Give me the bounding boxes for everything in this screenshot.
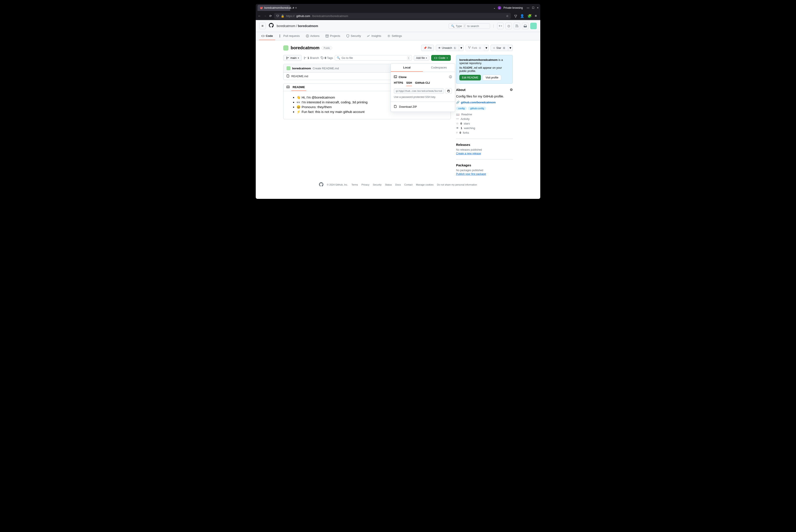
tab-actions[interactable]: Actions <box>304 32 322 40</box>
star-dropdown[interactable]: ▾ <box>508 45 513 51</box>
footer-link[interactable]: Status <box>385 183 392 186</box>
browser-tab[interactable]: 🐙 boredcatmom/boredcat… × <box>258 5 290 11</box>
svg-point-14 <box>321 57 322 57</box>
eye-icon: 👁 <box>438 46 441 50</box>
commit-author[interactable]: boredcatmom <box>292 67 311 70</box>
clone-url-input[interactable] <box>394 88 444 94</box>
clone-tab-https[interactable]: HTTPS <box>394 81 403 86</box>
terminal-icon <box>394 75 397 79</box>
footer-link[interactable]: Docs <box>395 183 401 186</box>
url-prefix: https:// <box>286 14 295 18</box>
visit-profile-button[interactable]: Visit profile <box>483 75 501 80</box>
footer-copyright: © 2024 GitHub, Inc. <box>327 183 348 186</box>
add-file-button[interactable]: Add file▾ <box>414 55 429 61</box>
tab-code[interactable]: Code <box>259 32 275 40</box>
star-button[interactable]: ☆Star0 <box>490 45 508 51</box>
fork-dropdown[interactable]: ▾ <box>484 45 489 51</box>
account-icon[interactable]: 👤 <box>520 14 524 18</box>
create-release-link[interactable]: Create a new release <box>456 152 481 155</box>
breadcrumb-repo[interactable]: boredcatmom <box>298 24 318 28</box>
repo-header: boredcatmom Public 📌Pin 👁Unwatch1▾ Fork0… <box>283 45 513 51</box>
create-new-button[interactable]: +▾ <box>497 23 504 29</box>
topic-badge[interactable]: config <box>456 107 467 110</box>
inbox-button[interactable] <box>522 23 529 29</box>
back-button[interactable]: ← <box>258 14 261 18</box>
tab-insights[interactable]: Insights <box>365 32 383 40</box>
pull-requests-button[interactable] <box>514 23 520 29</box>
clone-tab-cli[interactable]: GitHub CLI <box>415 81 430 86</box>
footer-link[interactable]: Privacy <box>362 183 369 186</box>
meta-readme-link[interactable]: 📖Readme <box>456 113 513 116</box>
github-logo-icon[interactable] <box>319 182 323 187</box>
search-input[interactable]: 🔍 Type / to search <box>449 23 490 29</box>
fork-icon: ⑂ <box>456 131 458 134</box>
svg-rect-16 <box>448 90 450 92</box>
forward-button[interactable]: → <box>264 14 267 18</box>
meta-forks-link[interactable]: ⑂0forks <box>456 131 513 134</box>
search-icon: 🔍 <box>451 24 455 28</box>
meta-watching-link[interactable]: 👁1watching <box>456 127 513 130</box>
tab-settings[interactable]: Settings <box>385 32 404 40</box>
go-to-file-input[interactable]: 🔍Go to filet <box>335 55 412 61</box>
copy-button[interactable] <box>445 88 452 94</box>
url-domain: github.com <box>296 14 310 18</box>
publish-package-link[interactable]: Publish your first package <box>456 172 486 175</box>
unwatch-button[interactable]: 👁Unwatch1 <box>436 45 459 51</box>
tab-pull-requests[interactable]: Pull requests <box>277 32 302 40</box>
search-placeholder-1: Type <box>456 24 462 28</box>
close-window-button[interactable]: × <box>537 6 538 10</box>
github-logo-icon[interactable] <box>269 23 274 29</box>
code-dropdown-panel: Local Codespaces Cloneⓘ HTTPS SSH GitHub… <box>391 63 455 112</box>
dropdown-tab-codespaces[interactable]: Codespaces <box>423 64 455 72</box>
pocket-icon[interactable]: ▽ <box>514 14 517 18</box>
extensions-icon[interactable]: 🧩 <box>527 14 532 18</box>
bookmark-icon[interactable]: ☆ <box>506 14 508 18</box>
shield-icon: 🛡 <box>276 14 279 18</box>
maximize-button[interactable]: ☐ <box>532 6 534 10</box>
about-link[interactable]: 🔗github.com/boredcatmom <box>456 101 513 104</box>
branches-link[interactable]: 1Branch <box>303 56 319 59</box>
footer-link[interactable]: Security <box>373 183 382 186</box>
fork-button[interactable]: Fork0 <box>465 45 484 51</box>
code-button[interactable]: Code▾ <box>431 55 451 61</box>
edit-about-icon[interactable]: ⚙ <box>510 88 513 92</box>
branch-selector[interactable]: main▾ <box>283 55 302 61</box>
commit-message[interactable]: Create README.md <box>313 67 339 70</box>
browser-titlebar: 🐙 boredcatmom/boredcat… × + ⌄ ∞ Private … <box>256 4 540 12</box>
unwatch-dropdown[interactable]: ▾ <box>459 45 464 51</box>
help-icon[interactable]: ⓘ <box>449 75 452 79</box>
reload-button[interactable]: ⟳ <box>269 14 272 18</box>
repo-name: boredcatmom <box>291 45 319 50</box>
breadcrumb-owner[interactable]: boredcatmom <box>277 24 295 28</box>
issues-button[interactable]: ⊙ <box>505 23 512 29</box>
pin-button[interactable]: 📌Pin <box>421 45 434 51</box>
add-tab-button[interactable]: + <box>292 6 294 10</box>
hamburger-button[interactable]: ≡ <box>259 23 266 29</box>
url-input[interactable]: 🛡 🔒 https://github.com/boredcatmom/bored… <box>274 13 511 19</box>
about-section: About⚙ Config files for my GitHub profil… <box>456 88 513 134</box>
tags-link[interactable]: 0Tags <box>321 56 333 59</box>
footer-link[interactable]: Do not share my personal information <box>437 183 477 186</box>
footer-link[interactable]: Manage cookies <box>416 183 433 186</box>
tab-projects[interactable]: Projects <box>323 32 343 40</box>
file-name[interactable]: README.md <box>291 75 308 78</box>
clone-tab-ssh[interactable]: SSH <box>406 81 412 86</box>
minimize-button[interactable]: — <box>527 6 529 10</box>
close-tab-icon[interactable]: × <box>295 6 297 10</box>
svg-point-11 <box>304 57 304 57</box>
topic-badge[interactable]: github-config <box>468 107 486 110</box>
app-menu-icon[interactable]: ≡ <box>535 14 537 18</box>
footer-link[interactable]: Terms <box>352 183 358 186</box>
edit-readme-button[interactable]: Edit README <box>459 75 481 80</box>
footer-link[interactable]: Contact <box>404 183 413 186</box>
meta-stars-link[interactable]: ☆0stars <box>456 122 513 125</box>
dropdown-tab-local[interactable]: Local <box>391 64 423 72</box>
chevron-down-icon[interactable]: ⌄ <box>493 6 496 10</box>
download-zip-link[interactable]: Download ZIP <box>394 105 452 109</box>
svg-point-4 <box>388 36 389 36</box>
svg-point-5 <box>468 46 469 47</box>
meta-activity-link[interactable]: 〰Activity <box>456 117 513 120</box>
tab-security[interactable]: Security <box>344 32 363 40</box>
user-avatar[interactable] <box>530 23 537 29</box>
special-repo-callout: boredcatmom/boredcatmom is a special rep… <box>456 55 513 84</box>
